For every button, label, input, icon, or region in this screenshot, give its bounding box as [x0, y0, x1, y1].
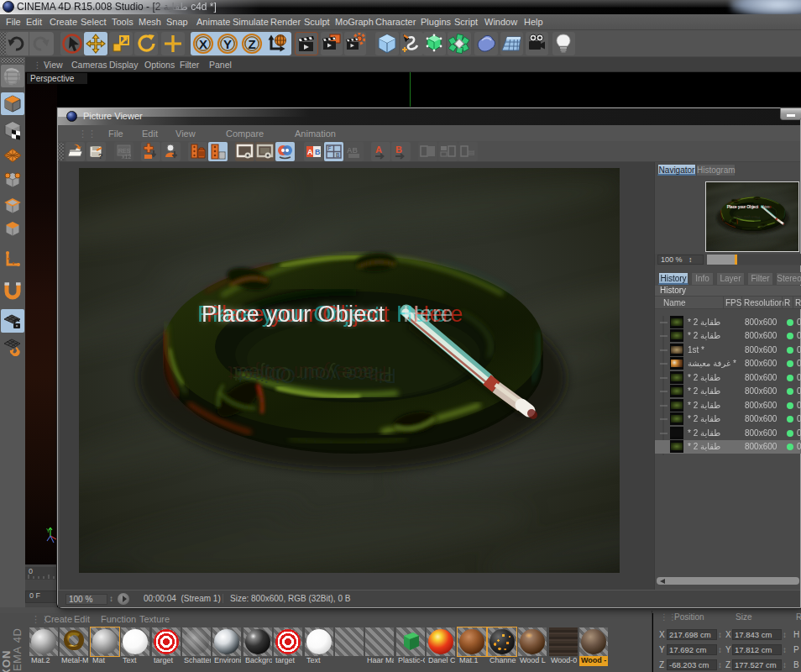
svg-text:B: B [336, 152, 339, 158]
svg-text:A: A [375, 144, 382, 155]
svg-text:?: ? [98, 152, 103, 160]
svg-text:Y: Y [223, 37, 232, 51]
svg-text:A: A [307, 148, 313, 156]
svg-text:B: B [395, 144, 402, 155]
svg-text:F: F [328, 145, 332, 151]
svg-text:X: X [199, 37, 207, 51]
svg-text:▤: ▤ [469, 149, 475, 156]
svg-text:AB: AB [347, 146, 358, 155]
svg-text:RES: RES [118, 148, 131, 154]
svg-text:B: B [315, 148, 321, 156]
svg-text:x12: x12 [122, 154, 131, 160]
svg-text:Z: Z [248, 37, 255, 51]
svg-text:Y: Y [46, 528, 50, 533]
